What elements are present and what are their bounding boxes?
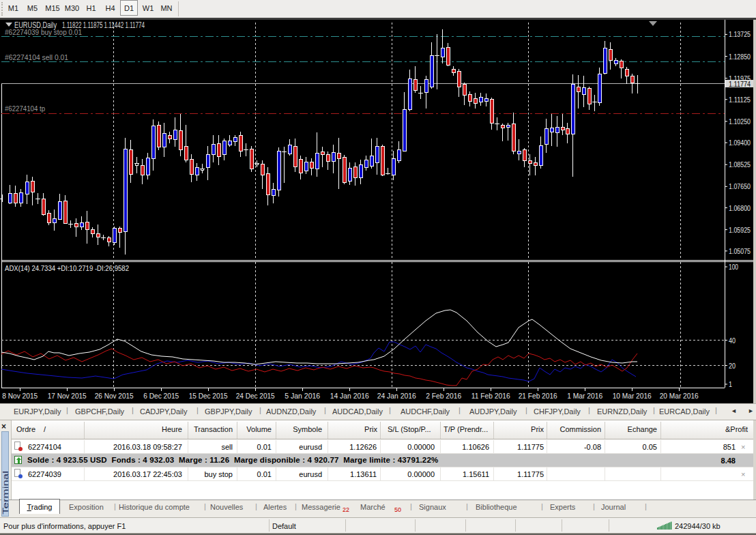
svg-text:1.08525: 1.08525: [729, 160, 751, 169]
svg-text:1.09400: 1.09400: [729, 139, 751, 147]
svg-text:1 Mar 2016: 1 Mar 2016: [567, 392, 602, 400]
svg-text:1.07650: 1.07650: [729, 182, 751, 190]
svg-text:1.11125: 1.11125: [729, 96, 751, 104]
svg-text:#62274104 sell 0.01: #62274104 sell 0.01: [5, 53, 68, 61]
svg-text:14 Jan 2016: 14 Jan 2016: [330, 392, 369, 400]
svg-text:17 Nov 2015: 17 Nov 2015: [48, 392, 87, 400]
svg-text:#62274039 buy stop 0.01: #62274039 buy stop 0.01: [5, 28, 82, 36]
svg-text:ADX(14) 24.7334 +DI:10.2719 -D: ADX(14) 24.7334 +DI:10.2719 -DI:26.9582: [5, 264, 129, 272]
svg-text:1.05925: 1.05925: [729, 226, 751, 234]
svg-text:2 Feb 2016: 2 Feb 2016: [426, 392, 461, 400]
svg-text:1: 1: [729, 380, 732, 388]
svg-text:24 Dec 2015: 24 Dec 2015: [236, 392, 275, 400]
svg-text:8 Nov 2015: 8 Nov 2015: [2, 392, 38, 400]
svg-text:1.12850: 1.12850: [729, 53, 751, 61]
svg-text:#62274104 tp: #62274104 tp: [5, 104, 45, 113]
svg-text:1.06800: 1.06800: [729, 204, 751, 212]
svg-text:15 Dec 2015: 15 Dec 2015: [189, 392, 228, 400]
svg-text:11 Feb 2016: 11 Feb 2016: [471, 392, 510, 400]
svg-text:6 Dec 2015: 6 Dec 2015: [143, 392, 179, 400]
svg-text:10 Mar 2016: 10 Mar 2016: [613, 392, 652, 400]
svg-text:1.11774: 1.11774: [729, 80, 751, 88]
svg-text:5 Jan 2016: 5 Jan 2016: [285, 392, 320, 400]
svg-text:20: 20: [729, 362, 736, 370]
svg-text:Terminal: Terminal: [1, 471, 10, 515]
svg-text:1.05075: 1.05075: [729, 247, 751, 255]
svg-text:26 Nov 2015: 26 Nov 2015: [95, 392, 134, 400]
svg-text:24 Jan 2016: 24 Jan 2016: [377, 392, 416, 400]
svg-text:100: 100: [729, 263, 738, 271]
svg-text:1.10250: 1.10250: [729, 117, 751, 126]
svg-text:40: 40: [729, 336, 736, 345]
svg-text:1.13725: 1.13725: [729, 30, 751, 38]
svg-text:21 Feb 2016: 21 Feb 2016: [519, 392, 557, 400]
svg-text:20 Mar 2016: 20 Mar 2016: [660, 392, 699, 400]
